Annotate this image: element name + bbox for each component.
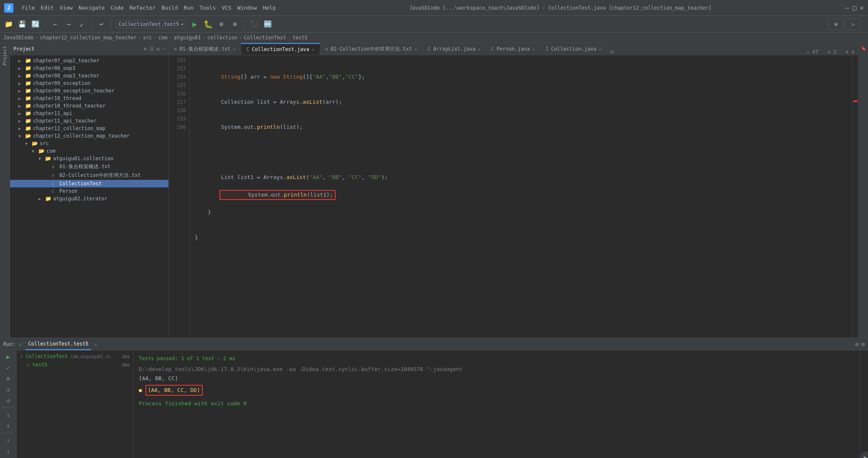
scope-icon[interactable]: ⊕: [144, 46, 147, 52]
tree-item-person[interactable]: ▶ C Person: [10, 187, 168, 195]
editor-content[interactable]: 152 153 154 155 156 157 158 159 160 Stri…: [169, 55, 858, 338]
tab-txt2[interactable]: ≡ 02-Collection中的常用方法.txt ✕: [320, 43, 423, 55]
run-config-dropdown[interactable]: CollectionTest.test5 ▾: [116, 20, 187, 28]
menu-edit[interactable]: Edit: [41, 5, 53, 11]
breadcrumb-item-7[interactable]: test5: [293, 35, 308, 41]
collapse-all-button[interactable]: ↓: [4, 447, 13, 456]
tab-person[interactable]: C Person.java ✕: [486, 43, 540, 55]
settings-icon[interactable]: ⚙: [855, 341, 858, 348]
tree-item-atguigu01[interactable]: ▼ 📂 atguigu01.collection: [10, 155, 168, 162]
sort-icon[interactable]: ☰: [150, 46, 154, 52]
breadcrumb-item-0[interactable]: JavaSECode: [3, 35, 33, 41]
menu-run[interactable]: Run: [184, 5, 193, 11]
tree-item-chapter11[interactable]: ▶ 📁 chapter11_api: [10, 110, 168, 117]
menu-build[interactable]: Build: [162, 5, 178, 11]
breadcrumb-item-3[interactable]: com: [158, 35, 168, 41]
menu-code[interactable]: Code: [111, 5, 124, 11]
sort-duration-button[interactable]: ↕: [4, 410, 13, 420]
tab-close-icon[interactable]: ✕: [415, 46, 417, 52]
tree-item-chapter12[interactable]: ▶ 📁 chapter12_collection_map: [10, 125, 168, 132]
run-item-test5[interactable]: ✓ test5 2ms: [17, 361, 133, 369]
forward-button[interactable]: →: [63, 19, 74, 30]
tab-close-icon[interactable]: ✕: [532, 46, 535, 52]
run-green-button[interactable]: ▶: [4, 352, 13, 361]
run-button[interactable]: ▶: [189, 19, 200, 30]
tree-item-collection-test[interactable]: ▶ C CollectionTest: [10, 180, 168, 187]
tab-collection[interactable]: I Collection.java ✕: [541, 43, 607, 55]
bookmarks-icon[interactable]: 🔖: [861, 46, 866, 51]
menu-help[interactable]: Help: [263, 5, 276, 11]
tree-item-chapter09t[interactable]: ▶ 📁 chapter09_exception_teacher: [10, 87, 168, 95]
expand-all-button[interactable]: ↑: [4, 436, 13, 445]
recent-files-button[interactable]: ↙: [76, 19, 87, 30]
maximize-button[interactable]: □: [853, 4, 857, 12]
tab-collection-test[interactable]: C CollectionTest.java ✕: [241, 43, 320, 55]
minimize-icon[interactable]: —: [162, 46, 165, 52]
run-scrollbar[interactable]: ▶: [860, 351, 868, 458]
breadcrumb-item-5[interactable]: collection: [207, 35, 237, 41]
presentation-mode-button[interactable]: ⊞: [828, 18, 844, 30]
menu-refactor[interactable]: Refactor: [130, 5, 156, 11]
menu-navigate[interactable]: Navigate: [79, 5, 105, 11]
tab-txt1[interactable]: ≡ 01-集合框架概述.txt ✕: [169, 43, 241, 55]
run-tab-collection[interactable]: CollectionTest.test5: [25, 338, 91, 350]
debug-button[interactable]: 🐛: [203, 19, 214, 30]
tree-item-src[interactable]: ▼ 📂 src: [10, 140, 168, 147]
menu-window[interactable]: Window: [237, 5, 257, 11]
sort-alpha-button[interactable]: ↕: [4, 421, 13, 430]
tree-item-chapter12t[interactable]: ▼ 📂 chapter12_collection_map_teacher: [10, 132, 168, 140]
tree-item-com[interactable]: ▼ 📂 com: [10, 147, 168, 155]
menu-tools[interactable]: Tools: [199, 5, 216, 11]
run-rerun-button[interactable]: ↺: [4, 385, 13, 394]
stop-button[interactable]: ⬛: [249, 19, 260, 30]
minimize-button[interactable]: —: [845, 4, 849, 12]
breadcrumb-item-6[interactable]: CollectionTest: [244, 35, 286, 41]
settings-icon[interactable]: ⚙: [157, 46, 160, 52]
back-button[interactable]: ←: [50, 19, 61, 30]
translate-button[interactable]: 🔤: [262, 19, 273, 30]
tree-item-chapter08[interactable]: ▶ 📁 chapter08_oop3: [10, 64, 168, 72]
run-check-button[interactable]: ✓: [4, 363, 13, 372]
run-stop-button[interactable]: ⊗: [4, 374, 13, 383]
menu-view[interactable]: View: [60, 5, 73, 11]
tree-item-txt1[interactable]: ▶ ≡ 01-集合框架概述.txt: [10, 162, 168, 171]
run-tab-close-icon[interactable]: ✕: [94, 341, 97, 347]
toolbar-sep1: [45, 20, 46, 28]
profile-button[interactable]: ⊗: [229, 19, 240, 30]
tree-item-chapter11t[interactable]: ▶ 📁 chapter11_api_teacher: [10, 117, 168, 125]
save-button[interactable]: 💾: [17, 19, 28, 30]
close-button[interactable]: ✕: [860, 4, 864, 12]
run-item-collection-test[interactable]: ✓ CollectionTest com.atguigu01.cc 2ms: [17, 352, 133, 361]
distraction-free-button[interactable]: ▷: [845, 18, 861, 30]
run-rerun-failed-button[interactable]: ↺: [4, 396, 13, 405]
tab-close-icon[interactable]: ✕: [599, 46, 602, 52]
tab-add-button[interactable]: ⊞: [607, 49, 617, 55]
expand-icon[interactable]: ⊞: [861, 341, 865, 348]
tree-item-chapter09[interactable]: ▶ 📁 chapter09_exception: [10, 79, 168, 87]
tab-close-icon[interactable]: ✕: [478, 46, 481, 52]
breadcrumb-item-1[interactable]: chapter12_collection_map_teacher: [40, 35, 136, 41]
open-folder-button[interactable]: 📁: [3, 19, 14, 30]
tree-item-atguigu02[interactable]: ▶ 📁 atguigu02.iterator: [10, 195, 168, 202]
tab-arraylist[interactable]: C ArrayList.java ✕: [423, 43, 486, 55]
sync-button[interactable]: 🔄: [30, 19, 41, 30]
folder-icon: 📂: [45, 156, 51, 161]
tree-item-chapter08t[interactable]: ▶ 📁 chapter08_oop3_teacher: [10, 72, 168, 79]
tree-item-chapter10t[interactable]: ▶ 📁 chapter10_thread_teacher: [10, 102, 168, 110]
tab-close-icon[interactable]: ✕: [233, 46, 236, 52]
code-editor[interactable]: String[] arr = new String[]{"AA","BB","C…: [190, 55, 852, 338]
code-line-153: Collection list = Arrays.asList(arr);: [195, 98, 847, 106]
tree-item-chapter07[interactable]: ▶ 📁 chapter07_oop2_teacher: [10, 57, 168, 64]
undo-button[interactable]: ↩: [96, 19, 107, 30]
project-sidebar-label[interactable]: Project: [2, 46, 8, 65]
tree-item-txt2[interactable]: ▶ ≡ 02-Collection中的常用方法.txt: [10, 171, 168, 180]
menu-file[interactable]: File: [22, 5, 35, 11]
breadcrumb-item-4[interactable]: atguigu01: [174, 35, 201, 41]
menu-vcs[interactable]: VCS: [221, 5, 231, 11]
run-scroll-button[interactable]: ▶: [860, 451, 868, 458]
code-line-152: String[] arr = new String[]{"AA","BB","C…: [195, 73, 847, 81]
coverage-button[interactable]: ⊕: [216, 19, 227, 30]
tree-item-chapter10[interactable]: ▶ 📁 chapter10_thread: [10, 95, 168, 102]
breadcrumb-item-2[interactable]: src: [143, 35, 152, 41]
tab-close-icon[interactable]: ✕: [312, 47, 315, 52]
